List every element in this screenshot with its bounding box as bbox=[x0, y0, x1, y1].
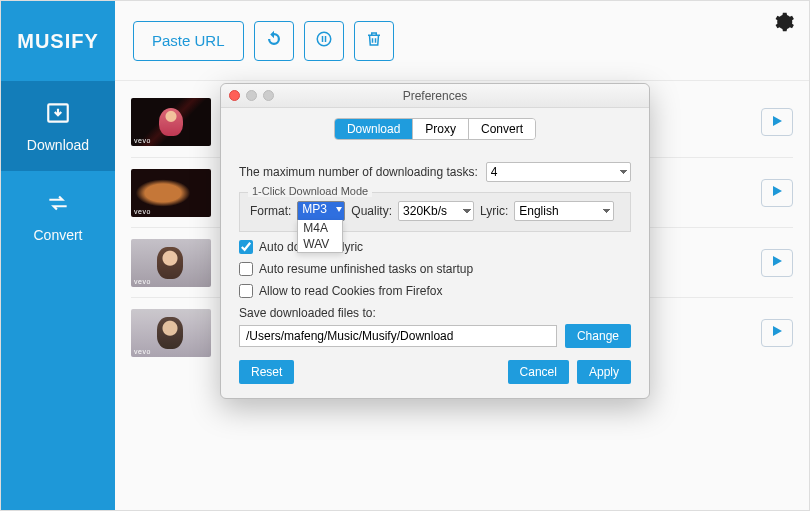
quality-label: Quality: bbox=[351, 204, 392, 218]
reset-button[interactable]: Reset bbox=[239, 360, 294, 384]
max-tasks-select[interactable]: 4 bbox=[486, 162, 631, 182]
apply-button[interactable]: Apply bbox=[577, 360, 631, 384]
max-tasks-label: The maximum number of downloading tasks: bbox=[239, 165, 478, 179]
dialog-titlebar: Preferences bbox=[221, 84, 649, 108]
one-click-group: 1-Click Download Mode Format: MP3 M4A WA… bbox=[239, 192, 631, 232]
change-path-button[interactable]: Change bbox=[565, 324, 631, 348]
tab-download[interactable]: Download bbox=[335, 119, 412, 139]
dialog-body: The maximum number of downloading tasks:… bbox=[221, 150, 649, 360]
tab-convert[interactable]: Convert bbox=[468, 119, 535, 139]
format-select[interactable]: MP3 bbox=[297, 201, 345, 221]
cookies-label: Allow to read Cookies from Firefox bbox=[259, 284, 442, 298]
cookies-checkbox[interactable] bbox=[239, 284, 253, 298]
modal-overlay: Preferences Download Proxy Convert The m… bbox=[1, 1, 809, 510]
dialog-footer: Reset Cancel Apply bbox=[221, 360, 649, 398]
group-legend: 1-Click Download Mode bbox=[248, 185, 372, 197]
quality-select[interactable]: 320Kb/s bbox=[398, 201, 474, 221]
auto-resume-label: Auto resume unfinished tasks on startup bbox=[259, 262, 473, 276]
app-window: MUSIFY Download Convert Paste URL bbox=[0, 0, 810, 511]
auto-lyric-checkbox[interactable] bbox=[239, 240, 253, 254]
format-option-m4a[interactable]: M4A bbox=[298, 220, 342, 236]
save-path-label: Save downloaded files to: bbox=[239, 306, 631, 320]
preferences-dialog: Preferences Download Proxy Convert The m… bbox=[220, 83, 650, 399]
tab-proxy[interactable]: Proxy bbox=[412, 119, 468, 139]
format-dropdown: M4A WAV bbox=[297, 220, 343, 253]
format-option-wav[interactable]: WAV bbox=[298, 236, 342, 252]
save-path-input[interactable] bbox=[239, 325, 557, 347]
format-label: Format: bbox=[250, 204, 291, 218]
cancel-button[interactable]: Cancel bbox=[508, 360, 569, 384]
preferences-tabs: Download Proxy Convert bbox=[221, 108, 649, 150]
lyric-label: Lyric: bbox=[480, 204, 508, 218]
dialog-title: Preferences bbox=[221, 89, 649, 103]
lyric-select[interactable]: English bbox=[514, 201, 614, 221]
auto-resume-checkbox[interactable] bbox=[239, 262, 253, 276]
